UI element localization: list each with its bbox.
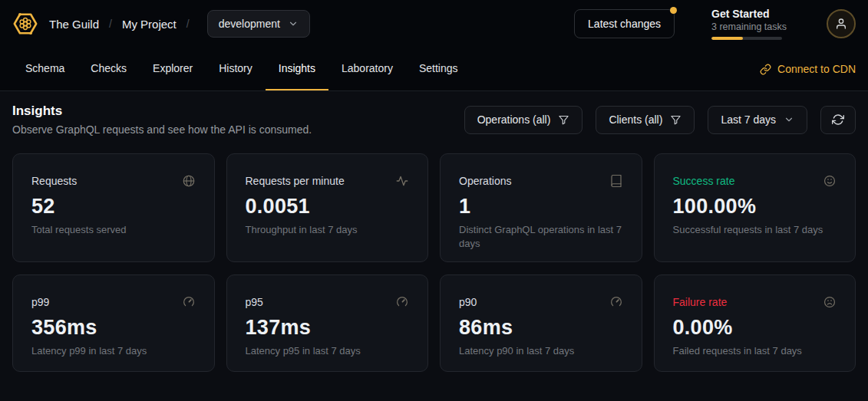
refresh-button[interactable] bbox=[820, 106, 856, 134]
book-icon bbox=[609, 174, 623, 188]
stat-description: Failed requests in last 7 days bbox=[673, 344, 837, 358]
period-dropdown[interactable]: Last 7 days bbox=[708, 106, 807, 134]
notification-dot bbox=[670, 7, 677, 14]
stat-title: Requests bbox=[31, 175, 77, 187]
stat-card: Operations 1 Distinct GraphQL operations… bbox=[440, 153, 642, 262]
stat-card: Success rate 100.00% Successful requests… bbox=[654, 153, 856, 262]
guild-logo-icon[interactable] bbox=[12, 11, 38, 37]
filter-icon bbox=[558, 114, 569, 126]
stat-card: p95 137ms Latency p95 in last 7 days bbox=[226, 274, 429, 372]
stat-title: Requests per minute bbox=[246, 175, 345, 187]
breadcrumb-project[interactable]: My Project bbox=[122, 18, 177, 31]
insights-header: Insights Observe GraphQL requests and se… bbox=[12, 104, 856, 136]
connect-to-cdn-link[interactable]: Connect to CDN bbox=[760, 48, 856, 90]
activity-icon bbox=[395, 174, 409, 188]
tab-explorer[interactable]: Explorer bbox=[140, 48, 206, 90]
period-label: Last 7 days bbox=[721, 113, 776, 126]
filters-toolbar: Operations (all) Clients (all) Last 7 da… bbox=[464, 106, 856, 134]
page-subtitle: Observe GraphQL requests and see how the… bbox=[12, 123, 312, 136]
chevron-down-icon bbox=[288, 18, 299, 29]
breadcrumb-org[interactable]: The Guild bbox=[49, 18, 99, 31]
insights-title-block: Insights Observe GraphQL requests and se… bbox=[12, 104, 312, 136]
breadcrumb-separator: / bbox=[109, 18, 112, 30]
stats-row-1: Requests 52 Total requests served Reques… bbox=[12, 153, 856, 262]
gauge-icon bbox=[395, 295, 409, 309]
get-started-progress-fill bbox=[711, 37, 743, 40]
tab-settings[interactable]: Settings bbox=[406, 48, 471, 90]
stat-description: Latency p95 in last 7 days bbox=[246, 344, 410, 358]
app-header: The Guild / My Project / development Lat… bbox=[0, 0, 868, 48]
target-selector-value: development bbox=[219, 18, 280, 30]
tab-laboratory[interactable]: Laboratory bbox=[328, 48, 406, 90]
tab-history[interactable]: History bbox=[206, 48, 266, 90]
breadcrumb-separator: / bbox=[186, 18, 190, 30]
stat-card: Requests per minute 0.0051 Throughput in… bbox=[226, 153, 429, 262]
stats-row-2: p99 356ms Latency p99 in last 7 days p95… bbox=[12, 274, 856, 372]
globe-icon bbox=[182, 174, 196, 188]
tab-checks[interactable]: Checks bbox=[78, 48, 140, 90]
get-started-subtitle: 3 remaining tasks bbox=[711, 21, 787, 32]
stat-description: Throughput in last 7 days bbox=[246, 223, 410, 237]
gauge-icon bbox=[182, 295, 196, 309]
stat-value: 100.00% bbox=[673, 195, 837, 219]
stat-title: p95 bbox=[246, 296, 263, 308]
stat-description: Latency p99 in last 7 days bbox=[31, 344, 196, 358]
operations-filter-label: Operations (all) bbox=[477, 113, 551, 126]
frown-icon bbox=[823, 295, 837, 309]
get-started-widget[interactable]: Get Started 3 remaining tasks bbox=[711, 8, 787, 40]
insights-page: Insights Observe GraphQL requests and se… bbox=[0, 91, 868, 384]
user-icon bbox=[835, 18, 847, 30]
stat-description: Total requests served bbox=[31, 223, 196, 237]
stat-value: 52 bbox=[31, 195, 196, 219]
smile-icon bbox=[823, 174, 837, 188]
stat-value: 0.00% bbox=[673, 316, 837, 340]
gauge-icon bbox=[609, 295, 623, 309]
latest-changes-button[interactable]: Latest changes bbox=[574, 9, 675, 38]
get-started-title: Get Started bbox=[711, 8, 787, 20]
stat-value: 356ms bbox=[31, 316, 196, 340]
stat-value: 0.0051 bbox=[246, 195, 410, 219]
user-avatar[interactable] bbox=[827, 9, 856, 38]
stat-title: Success rate bbox=[673, 175, 735, 187]
target-selector-dropdown[interactable]: development bbox=[207, 10, 310, 38]
stat-card: Failure rate 0.00% Failed requests in la… bbox=[654, 274, 856, 372]
main-nav-tabs: Schema Checks Explorer History Insights … bbox=[0, 48, 868, 91]
clients-filter-button[interactable]: Clients (all) bbox=[596, 106, 695, 134]
get-started-progress-track bbox=[711, 37, 782, 40]
stat-description: Latency p90 in last 7 days bbox=[459, 344, 623, 358]
filter-icon bbox=[670, 114, 682, 126]
stat-title: p90 bbox=[459, 296, 477, 308]
stat-description: Successful requests in last 7 days bbox=[673, 223, 837, 237]
latest-changes-label: Latest changes bbox=[588, 18, 661, 30]
page-title: Insights bbox=[12, 104, 312, 119]
stat-value: 137ms bbox=[246, 316, 410, 340]
stat-value: 1 bbox=[459, 195, 623, 219]
operations-filter-button[interactable]: Operations (all) bbox=[464, 106, 583, 134]
stat-card: p99 356ms Latency p99 in last 7 days bbox=[12, 274, 215, 372]
stat-description: Distinct GraphQL operations in last 7 da… bbox=[459, 223, 623, 250]
stat-value: 86ms bbox=[459, 316, 623, 340]
refresh-icon bbox=[832, 113, 844, 126]
stat-title: Failure rate bbox=[673, 296, 728, 308]
chevron-down-icon bbox=[784, 114, 794, 125]
stat-title: p99 bbox=[31, 296, 49, 308]
clients-filter-label: Clients (all) bbox=[609, 113, 662, 126]
connect-to-cdn-label: Connect to CDN bbox=[777, 63, 856, 75]
stat-card: Requests 52 Total requests served bbox=[12, 153, 215, 262]
tab-schema[interactable]: Schema bbox=[12, 48, 78, 90]
tab-insights[interactable]: Insights bbox=[266, 48, 328, 90]
link-icon bbox=[760, 64, 771, 75]
stat-card: p90 86ms Latency p90 in last 7 days bbox=[440, 274, 642, 372]
stat-title: Operations bbox=[459, 175, 511, 187]
